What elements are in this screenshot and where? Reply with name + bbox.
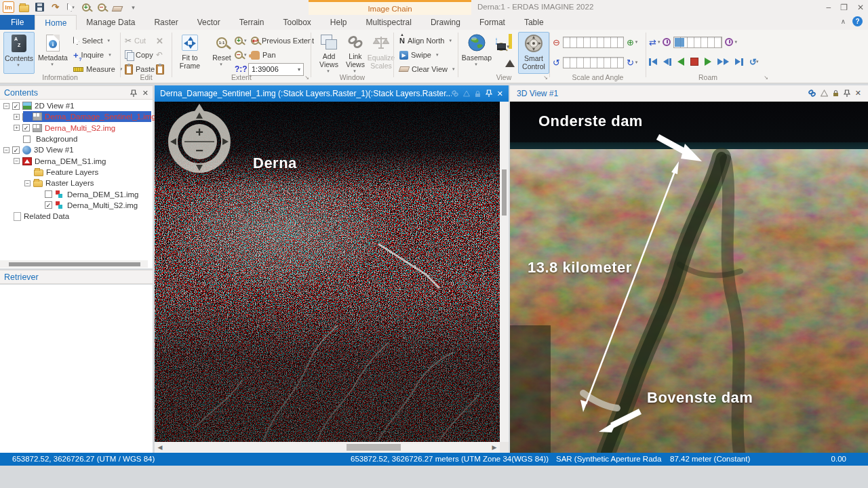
tree-item-3d-view[interactable]: 3D View #1 — [0, 144, 153, 155]
skip-to-end-button[interactable] — [735, 58, 743, 66]
reset-button[interactable]: 1:1 Reset▾ — [206, 32, 237, 74]
window-titlebar[interactable]: Im ↷ ▾ +▾ −▾ ▾ ▾ Image Chain Derna:1 - E… — [0, 0, 868, 15]
contents-button[interactable]: Contents▾ — [3, 32, 35, 74]
tree-item-raster-layers[interactable]: Raster Layers — [0, 178, 153, 188]
pin-icon[interactable] — [844, 89, 850, 98]
tab-terrain[interactable]: Terrain — [230, 15, 274, 30]
select-button[interactable]: Select — [73, 34, 110, 47]
pin-icon[interactable] — [486, 89, 492, 98]
zoom-in-extent-button[interactable]: +▾ — [235, 34, 247, 47]
minimize-button[interactable]: – — [826, 3, 831, 12]
angle-dropdown-icon[interactable]: ▾ — [635, 60, 638, 65]
contents-panel-header[interactable]: Contents ✕ — [0, 85, 153, 100]
contents-horizontal-scrollbar[interactable] — [0, 260, 148, 268]
checkbox[interactable] — [12, 102, 20, 110]
navigation-compass-widget[interactable]: + − — [164, 104, 235, 178]
delete-button[interactable]: ✕ — [156, 34, 163, 47]
scale-dropdown-icon[interactable]: ▾ — [635, 39, 638, 45]
scroll-left-icon[interactable]: ◀ — [155, 444, 165, 451]
scale-slider[interactable] — [563, 37, 624, 48]
previous-extent-button[interactable]: ↩ Previous Extent — [251, 34, 314, 47]
view-2d-canvas[interactable]: + − Derna — [155, 102, 500, 442]
link-icon[interactable] — [808, 89, 816, 97]
smart-control-button[interactable]: Smart Control — [518, 32, 549, 74]
play-button[interactable] — [705, 58, 711, 66]
tab-format[interactable]: Format — [470, 15, 515, 30]
tree-item-related-data[interactable]: Related Data — [0, 211, 153, 222]
open-file-icon[interactable] — [18, 1, 30, 13]
checkbox[interactable] — [22, 124, 30, 131]
checkbox[interactable] — [12, 146, 20, 154]
loop-button[interactable]: ↺▾ — [749, 57, 758, 67]
scale-up-icon[interactable]: ⊕ — [627, 38, 634, 47]
expander-icon[interactable] — [14, 125, 20, 131]
tab-multispectral[interactable]: Multispectral — [357, 15, 421, 30]
warning-triangle-icon[interactable] — [821, 89, 828, 97]
zoom-in-icon[interactable]: +▾ — [81, 1, 92, 13]
stop-button[interactable] — [690, 58, 698, 66]
inquire-button[interactable]: + Inquire — [73, 48, 111, 62]
close-view-icon[interactable]: ✕ — [855, 89, 861, 98]
metadata-button[interactable]: Metadata▾ — [37, 32, 68, 74]
zoom-out-extent-button[interactable]: −▾ — [235, 48, 247, 62]
tree-item-2d-view[interactable]: 2D View #1 — [0, 100, 153, 111]
tab-home[interactable]: Home — [35, 15, 77, 30]
checkbox[interactable] — [45, 190, 52, 198]
skip-to-start-button[interactable] — [649, 58, 657, 66]
play-reverse-button[interactable] — [677, 58, 684, 66]
tree-item-multi-sub[interactable]: Derna_Multi_S2.img — [0, 200, 153, 211]
select-cursor-icon[interactable]: ▾ — [65, 1, 77, 13]
roam-dialog-launcher-icon[interactable]: ↘ — [764, 75, 768, 81]
copy-button[interactable]: Copy — [125, 48, 153, 62]
pin-icon[interactable] — [130, 89, 137, 98]
step-forward-button[interactable] — [717, 58, 729, 65]
zoom-out-icon[interactable]: −▾ — [96, 1, 108, 13]
tab-table[interactable]: Table — [515, 15, 553, 30]
tab-vector[interactable]: Vector — [188, 15, 230, 30]
cut-button[interactable]: ✂ Cut — [125, 34, 146, 47]
step-back-button[interactable] — [663, 58, 671, 66]
view-2d-horizontal-scrollbar[interactable]: ◀ ▶ — [155, 442, 500, 453]
close-panel-icon[interactable]: ✕ — [142, 89, 149, 98]
tab-manage-data[interactable]: Manage Data — [77, 15, 144, 30]
extent-dialog-launcher-icon[interactable]: ↘ — [304, 75, 309, 81]
roam-path-icon[interactable]: ⇄ — [649, 38, 656, 47]
close-view-icon[interactable]: ✕ — [497, 89, 503, 98]
pan-button[interactable]: Pan — [251, 48, 276, 62]
tree-item-dem-sub[interactable]: Derna_DEM_S1.img — [0, 188, 153, 199]
tree-item-background[interactable]: Background — [0, 134, 153, 144]
rotate-ccw-icon[interactable]: ↺ — [553, 58, 560, 67]
tree-item-derna-damage[interactable]: Derna_Damage_Sentinel_1.img — [0, 111, 153, 122]
angle-slider[interactable] — [563, 57, 624, 68]
view-2d-vertical-scrollbar[interactable] — [500, 102, 509, 442]
help-icon[interactable]: ? — [852, 16, 863, 26]
lock-icon[interactable] — [833, 89, 839, 97]
scale-down-icon[interactable]: ⊖ — [553, 38, 560, 47]
imagine-logo-icon[interactable]: Im — [3, 1, 14, 13]
undo-icon[interactable]: ↷ — [50, 1, 61, 13]
clear-view-button[interactable]: Clear View — [399, 62, 455, 76]
view-3d-titlebar[interactable]: 3D View #1 ✕ — [510, 85, 868, 102]
view-3d-scene[interactable]: Onderste dam 13.8 kilometer Bovenste dam — [510, 102, 868, 453]
tree-item-dem[interactable]: Derna_DEM_S1.img — [0, 155, 153, 166]
equalize-scales-button[interactable]: Equalize Scales — [366, 32, 397, 74]
customize-quick-access-icon[interactable]: ▾ — [127, 1, 139, 13]
tree-item-derna-multi[interactable]: Derna_Multi_S2.img — [0, 123, 153, 134]
view-monitor-button[interactable]: ▾ — [497, 40, 510, 54]
checkbox[interactable] — [23, 136, 31, 143]
expander-icon[interactable] — [3, 147, 9, 153]
speed-dropdown-icon[interactable]: ▾ — [734, 39, 737, 45]
restore-button[interactable]: ❐ — [840, 3, 848, 12]
save-icon[interactable] — [34, 1, 45, 13]
undo-disabled-button[interactable]: ↶ — [156, 48, 163, 62]
fit-to-frame-button[interactable]: Fit to Frame — [174, 32, 205, 74]
align-north-button[interactable]: N Align North — [399, 34, 452, 47]
checkbox[interactable] — [45, 201, 52, 209]
roam-speed-slider[interactable] — [673, 37, 722, 48]
tab-toolbox[interactable]: Toolbox — [273, 15, 320, 30]
rotate-cw-icon[interactable]: ↻ — [627, 58, 634, 67]
collapse-ribbon-icon[interactable]: ∧ — [841, 18, 846, 25]
tree-item-feature-layers[interactable]: Feature Layers — [0, 167, 153, 178]
expander-icon[interactable] — [24, 180, 31, 186]
tab-help[interactable]: Help — [321, 15, 357, 30]
